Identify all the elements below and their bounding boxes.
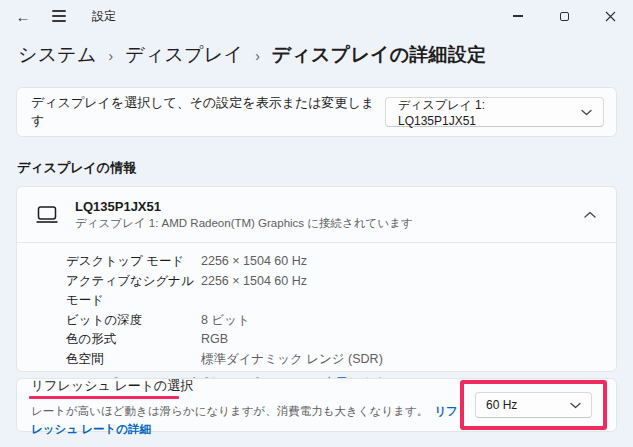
refresh-rate-value: 60 Hz [486, 398, 517, 412]
detail-value: 2256 × 1504 60 Hz [201, 272, 307, 311]
breadcrumb-display[interactable]: ディスプレイ [125, 42, 243, 68]
display-select-card: ディスプレイを選択して、その設定を表示または変更します ディスプレイ 1: LQ… [16, 87, 617, 137]
laptop-display-icon [34, 205, 60, 224]
page-title: ディスプレイの詳細設定 [272, 42, 486, 68]
titlebar: ← 設定 [0, 0, 633, 32]
chevron-down-icon [570, 402, 581, 409]
breadcrumb-separator-icon: › [255, 46, 260, 64]
detail-value: 8 ビット [201, 311, 250, 331]
refresh-rate-dropdown[interactable]: 60 Hz [475, 392, 592, 418]
detail-label: ビットの深度 [66, 311, 201, 331]
display-device-subtitle: ディスプレイ 1: AMD Radeon(TM) Graphics に接続されて… [75, 216, 413, 231]
detail-label: アクティブなシグナル モード [66, 272, 201, 311]
display-select-value: ディスプレイ 1: LQ135P1JX51 [398, 97, 565, 128]
red-underline-annotation [29, 396, 179, 399]
detail-row-signal-mode: アクティブなシグナル モード 2256 × 1504 60 Hz [66, 272, 616, 311]
refresh-rate-card: リフレッシュ レートの選択 レートが高いほど動きは滑らかになりますが、消費電力も… [16, 378, 617, 432]
chevron-up-icon[interactable] [584, 211, 596, 219]
display-info-details: デスクトップ モード 2256 × 1504 60 Hz アクティブなシグナル … [17, 243, 616, 392]
close-button[interactable] [587, 0, 633, 32]
maximize-icon [560, 12, 569, 21]
red-box-annotation: 60 Hz [460, 380, 607, 430]
detail-value: 標準ダイナミック レンジ (SDR) [201, 350, 383, 370]
settings-window: ← 設定 システム › ディスプレイ › ディスプレイの詳細設定 ディスプレイを… [0, 0, 633, 447]
display-info-section-title: ディスプレイの情報 [17, 159, 136, 177]
app-title: 設定 [92, 8, 116, 25]
detail-label: 色空間 [66, 350, 201, 370]
refresh-rate-description: レートが高いほど動きは滑らかになりますが、消費電力も大きくなります。 [31, 405, 428, 417]
hamburger-icon [52, 10, 66, 22]
display-device-name: LQ135P1JX51 [75, 199, 413, 214]
detail-value: 2256 × 1504 60 Hz [201, 252, 307, 272]
detail-row-bit-depth: ビットの深度 8 ビット [66, 311, 616, 331]
chevron-down-icon [581, 109, 592, 116]
detail-row-desktop-mode: デスクトップ モード 2256 × 1504 60 Hz [66, 252, 616, 272]
detail-row-color-space: 色空間 標準ダイナミック レンジ (SDR) [66, 350, 616, 370]
refresh-rate-texts: リフレッシュ レートの選択 レートが高いほど動きは滑らかになりますが、消費電力も… [31, 374, 460, 437]
refresh-rate-title: リフレッシュ レートの選択 [31, 377, 193, 395]
window-controls [495, 0, 633, 32]
breadcrumb-system[interactable]: システム [18, 42, 97, 68]
detail-value: RGB [201, 330, 228, 350]
detail-row-color-format: 色の形式 RGB [66, 330, 616, 350]
minimize-icon [513, 15, 523, 16]
display-info-texts: LQ135P1JX51 ディスプレイ 1: AMD Radeon(TM) Gra… [75, 199, 413, 231]
detail-label: 色の形式 [66, 330, 201, 350]
back-button[interactable]: ← [8, 1, 38, 31]
display-select-label: ディスプレイを選択して、その設定を表示または変更します [31, 94, 385, 130]
close-icon [605, 11, 616, 22]
breadcrumb: システム › ディスプレイ › ディスプレイの詳細設定 [18, 42, 486, 68]
breadcrumb-separator-icon: › [109, 46, 114, 64]
detail-label: デスクトップ モード [66, 252, 201, 272]
back-icon: ← [16, 9, 31, 24]
display-info-header[interactable]: LQ135P1JX51 ディスプレイ 1: AMD Radeon(TM) Gra… [17, 187, 616, 242]
maximize-button[interactable] [541, 0, 587, 32]
menu-button[interactable] [44, 1, 74, 31]
display-select-dropdown[interactable]: ディスプレイ 1: LQ135P1JX51 [385, 97, 604, 127]
display-info-card: LQ135P1JX51 ディスプレイ 1: AMD Radeon(TM) Gra… [16, 186, 617, 372]
minimize-button[interactable] [495, 0, 541, 32]
